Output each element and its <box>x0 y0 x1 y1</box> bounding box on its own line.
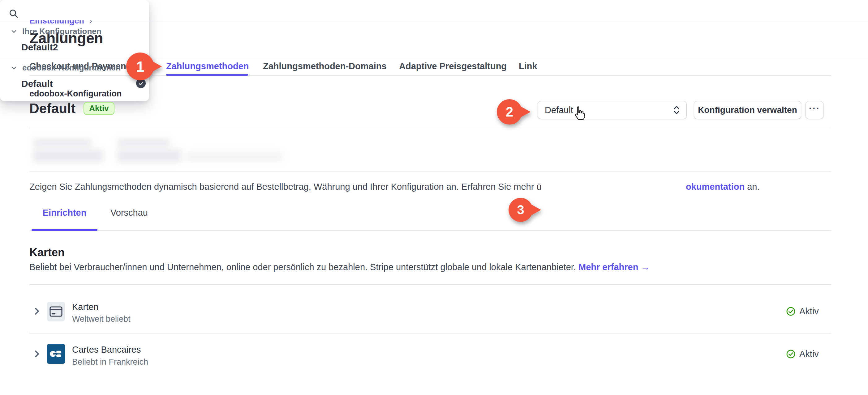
annotation-balloon-3: 3 <box>508 198 533 222</box>
active-tab-underline <box>166 74 248 76</box>
status-badge: Aktiv <box>84 102 115 115</box>
tab-zahlungsmethoden-domains[interactable]: Zahlungsmethoden-Domains <box>263 61 387 71</box>
method-subtitle: Beliebt in Frankreich <box>72 357 148 367</box>
method-status: Aktiv <box>786 306 819 317</box>
cards-section-description: Beliebt bei Verbraucher/innen und Untern… <box>29 262 650 272</box>
config-header: Default Aktiv <box>29 101 115 116</box>
method-status-label: Aktiv <box>799 349 819 359</box>
cartes-bancaires-icon <box>47 344 65 364</box>
dokumentation-link[interactable]: okumentation <box>686 182 745 192</box>
dropdown-item-default[interactable]: Default <box>21 78 53 89</box>
row-divider <box>29 333 831 333</box>
search-input[interactable] <box>23 7 141 21</box>
redacted-text-block <box>117 149 181 162</box>
mehr-erfahren-link[interactable]: Mehr erfahren → <box>579 262 650 272</box>
annotation-balloon-2: 2 <box>497 99 522 125</box>
method-status: Aktiv <box>786 349 819 359</box>
mouse-cursor-icon <box>573 106 587 124</box>
chevron-down-icon <box>10 65 17 71</box>
annotation-balloon-1: 1 <box>126 53 154 80</box>
dropdown-item-default2[interactable]: Default2 <box>21 42 58 53</box>
active-subtab-underline <box>32 229 97 231</box>
check-circle-icon <box>786 306 796 316</box>
dynamic-methods-description: Zeigen Sie Zahlungsmethoden dynamisch ba… <box>29 182 541 192</box>
header-divider <box>29 128 831 128</box>
list-top-divider <box>29 284 831 285</box>
redacted-text-block <box>33 139 92 147</box>
group-edoobox-konfigurationen[interactable]: edoobox-Konfigurationen <box>10 63 121 73</box>
config-name: Default <box>29 101 75 116</box>
dropdown-search[interactable] <box>9 7 141 21</box>
group-ihre-konfigurationen[interactable]: Ihre Konfigurationen <box>10 27 101 36</box>
section-divider <box>29 171 831 171</box>
redacted-text-block <box>33 149 104 162</box>
tab-zahlungsmethoden[interactable]: Zahlungsmethoden <box>166 61 249 71</box>
subtab-divider <box>29 230 831 231</box>
tab-vorschau[interactable]: Vorschau <box>97 208 161 218</box>
redacted-text-block <box>117 139 170 147</box>
tab-adaptive-preisgestaltung[interactable]: Adaptive Preisgestaltung <box>399 61 507 71</box>
method-subtitle: Weltweit beliebt <box>72 314 130 324</box>
panel-divider <box>0 22 868 22</box>
description-suffix: an. <box>745 182 760 192</box>
check-circle-icon <box>786 349 796 359</box>
method-name: Cartes Bancaires <box>72 344 141 355</box>
configuration-select-value: Default <box>545 105 573 115</box>
method-name: Karten <box>72 302 98 312</box>
expand-row-icon[interactable] <box>32 306 41 316</box>
select-updown-icon <box>673 105 680 115</box>
configuration-dropdown: Ihre Konfigurationen Default2 edoobox-Ko… <box>0 0 149 101</box>
more-options-button[interactable]: ··· <box>806 101 824 119</box>
redacted-text-block <box>186 152 283 161</box>
tab-link[interactable]: Link <box>519 61 537 71</box>
search-icon <box>9 9 19 19</box>
configuration-select[interactable]: Default <box>538 101 687 119</box>
expand-row-icon[interactable] <box>32 349 41 359</box>
dynamic-methods-description-end: okumentation an. <box>686 182 760 192</box>
manage-configuration-button[interactable]: Konfiguration verwalten <box>694 101 801 119</box>
method-status-label: Aktiv <box>799 306 819 317</box>
cards-section-title: Karten <box>29 246 65 259</box>
chevron-down-icon <box>10 28 17 35</box>
config-eyebrow: edoobox-Konfiguration <box>29 89 122 99</box>
card-method-icon <box>47 302 65 322</box>
tab-einrichten[interactable]: Einrichten <box>32 208 97 218</box>
